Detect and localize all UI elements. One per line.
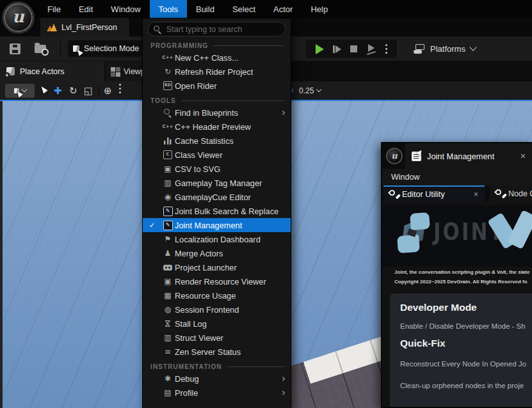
play-options-kebab-icon[interactable]: [385, 48, 387, 50]
menu-item-csv-to-svg[interactable]: ▣CSV to SVG: [143, 162, 291, 176]
platforms-label: Platforms: [430, 44, 465, 54]
spacer: [400, 313, 532, 322]
menu-item-label: Struct Viewer: [175, 333, 286, 343]
chevron-down-icon: [316, 87, 321, 92]
joint-management-icon: ✎: [161, 221, 175, 230]
menu-item-project-launcher[interactable]: Project Launcher: [143, 260, 291, 274]
selection-mode-dropdown[interactable]: Selection Mode: [68, 40, 152, 57]
menu-item-profile[interactable]: ▤Profile›: [143, 386, 291, 400]
menu-item-joint-management[interactable]: ✓✎Joint Management: [143, 218, 291, 232]
save-icon[interactable]: [10, 43, 20, 54]
launch-button[interactable]: [367, 44, 376, 54]
node-tab-label: Node C: [508, 189, 532, 198]
joint-window-titlebar[interactable]: u Joint Management ×: [382, 143, 532, 169]
menu-item-label: Stall Log: [175, 319, 286, 329]
unreal-u-glyph: u: [391, 151, 397, 161]
menubar-item-tools[interactable]: Tools: [150, 0, 187, 18]
menu-section-label: PROGRAMMING: [150, 42, 208, 49]
world-local-globe-icon[interactable]: ⊕: [104, 84, 112, 98]
zen-server-status-icon: ≡: [161, 347, 175, 356]
menubar-item-help[interactable]: Help: [302, 0, 337, 18]
menu-item-struct-viewer[interactable]: ▥Struct Viewer: [143, 331, 291, 345]
level-icon: [47, 24, 57, 31]
menu-item-label: Zen Server Status: [175, 347, 286, 357]
snap-value-dropdown[interactable]: 0.25: [299, 84, 321, 98]
folder-glyph: [35, 45, 46, 53]
menu-item-merge-actors[interactable]: ♟Merge Actors: [143, 246, 291, 260]
chevron-down-icon: [21, 87, 26, 92]
menu-item-localization-dashboard[interactable]: ⚑Localization Dashboard: [143, 232, 291, 246]
joint-window-title-tab[interactable]: Joint Management ×: [405, 143, 532, 169]
menu-item-label: New C++ Class...: [175, 53, 286, 63]
selection-mode-icon: [73, 45, 79, 52]
menubar-item-window[interactable]: Window: [102, 0, 149, 18]
menu-item-class-viewer[interactable]: CClass Viewer: [143, 148, 291, 162]
menu-item-label: Localization Dashboard: [175, 235, 286, 244]
place-actors-label: Place Actors: [20, 67, 64, 76]
icon-glyph: RD: [163, 81, 172, 90]
menu-item-c-header-preview[interactable]: C++C++ Header Preview: [143, 120, 291, 134]
viewport-select-mode-dropdown[interactable]: [5, 84, 35, 98]
menubar-item-file[interactable]: File: [38, 0, 70, 18]
browse-content-icon[interactable]: [35, 45, 46, 53]
menu-item-open-rider[interactable]: RDOpen Rider: [143, 79, 291, 93]
menu-item-joint-bulk-search-replace[interactable]: ✎Joint Bulk Search & Replace: [143, 204, 291, 218]
project-launcher-icon: [161, 265, 175, 271]
play-button[interactable]: [316, 44, 324, 54]
menu-item-render-resource-viewer[interactable]: ▣Render Resource Viewer: [143, 274, 291, 288]
window-menu-item[interactable]: Window: [391, 173, 419, 182]
scale-tool-icon[interactable]: ◱: [84, 84, 93, 98]
menubar-item-build[interactable]: Build: [187, 0, 223, 18]
frame-skip-button[interactable]: [333, 45, 341, 53]
class-viewer-icon: C: [161, 150, 175, 159]
menubar-item-actor[interactable]: Actor: [264, 0, 302, 18]
close-icon[interactable]: ×: [471, 191, 481, 198]
menu-item-session-frontend[interactable]: ◍Session Frontend: [143, 302, 291, 317]
quick-fix-item-cleanup[interactable]: Clean-up orphened nodes in the proje: [400, 382, 532, 389]
menu-item-new-c-class[interactable]: C++New C++ Class...: [143, 51, 291, 65]
icon-glyph: ✎: [163, 207, 173, 216]
icon-glyph: [164, 109, 172, 116]
tab-editor-utility[interactable]: Editor Utility ×: [383, 185, 485, 201]
refresh-rider-project-icon: ↻: [161, 67, 175, 76]
menu-item-stall-log[interactable]: ⋈Stall Log: [143, 317, 291, 331]
menu-section-instrumentation: INSTRUMENTATION: [143, 361, 291, 372]
menu-item-label: Project Launcher: [175, 263, 286, 272]
transform-options-kebab-icon[interactable]: [119, 88, 121, 90]
close-icon[interactable]: ×: [514, 152, 532, 161]
rotate-tool-icon[interactable]: ↻: [69, 84, 77, 98]
menu-item-label: Render Resource Viewer: [175, 277, 286, 286]
level-tab[interactable]: Lvl_FirstPerson: [40, 18, 130, 36]
menu-item-find-in-blueprints[interactable]: Find in Blueprints›: [143, 106, 291, 120]
menubar-item-edit[interactable]: Edit: [70, 0, 102, 18]
select-tool-icon[interactable]: [41, 86, 46, 93]
search-input[interactable]: [165, 24, 280, 35]
stop-button[interactable]: [350, 45, 357, 52]
section-divider: [228, 366, 284, 367]
menu-item-cache-statistics[interactable]: Cache Statistics: [143, 134, 291, 148]
snap-value: 0.25: [299, 86, 314, 95]
unreal-engine-logo-icon[interactable]: u: [2, 1, 35, 34]
move-tool-icon[interactable]: ✚: [54, 84, 62, 98]
menu-item-refresh-rider-project[interactable]: ↻Refresh Rider Project: [143, 65, 291, 79]
quick-fix-item-reconstruct[interactable]: Reconstruct Every Node In Opened Jo: [400, 360, 532, 368]
skip-tri: [335, 45, 341, 53]
menubar-item-select[interactable]: Select: [223, 0, 264, 18]
tab-node-class[interactable]: Node C: [490, 185, 532, 201]
menu-item-label: Cache Statistics: [175, 136, 286, 146]
menu-item-resource-usage[interactable]: ▦Resource Usage: [143, 288, 291, 302]
struct-viewer-icon: ▥: [161, 333, 175, 342]
wrench-icon: [389, 190, 398, 198]
wrench-icon: [496, 189, 504, 198]
menu-search-box[interactable]: [148, 22, 286, 36]
menu-item-debug[interactable]: ✱Debug›: [143, 372, 291, 386]
menu-item-gameplay-tag-manager[interactable]: ▥Gameplay Tag Manager: [143, 176, 291, 190]
unreal-engine-logo-icon: u: [386, 148, 403, 164]
selection-mode-label: Selection Mode: [84, 44, 139, 53]
menu-item-label: Refresh Rider Project: [175, 67, 286, 77]
menu-item-zen-server-status[interactable]: ≡Zen Server Status: [143, 345, 291, 359]
menu-item-gameplaycue-editor[interactable]: ◉GameplayCue Editor: [143, 190, 291, 204]
tab-place-actors[interactable]: Place Actors: [0, 61, 104, 81]
platforms-dropdown[interactable]: Platforms: [414, 40, 476, 58]
viewport-tab-icon: [111, 67, 115, 72]
